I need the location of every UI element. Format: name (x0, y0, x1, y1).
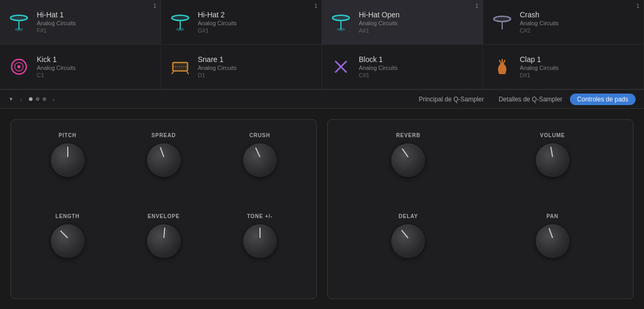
nav-dot-0[interactable] (29, 97, 33, 101)
pad-badge: 1 (153, 3, 157, 9)
pad-icon-hihat (329, 11, 352, 34)
nav-next-button[interactable]: › (53, 95, 55, 104)
svg-point-14 (494, 16, 511, 22)
pad-note: C#1 (359, 72, 398, 78)
knob-label: DELAY (399, 213, 418, 219)
knob-envelope[interactable] (147, 224, 181, 258)
nav-dots (29, 97, 46, 101)
pad-cell-block1[interactable]: Block 1Analog CircuitsC#1 (322, 45, 483, 89)
pad-info: Hi-Hat 2Analog CircuitsG#1 (198, 11, 237, 34)
nav-triangle-icon[interactable]: ▼ (8, 96, 14, 102)
nav-dot-2[interactable] (43, 97, 46, 101)
pad-name: Hi-Hat 1 (37, 11, 76, 19)
knob-volume[interactable] (536, 143, 569, 177)
knob-cell-spread: SPREAD (116, 128, 212, 209)
left-controls-panel: PITCHSPREADCRUSHLENGTHENVELOPETONE +/- (11, 119, 317, 299)
pad-pack: Analog Circuits (520, 20, 559, 26)
nav-tab-2[interactable]: Controles de pads (570, 94, 636, 105)
pad-name: Snare 1 (198, 55, 237, 64)
pad-note: F#1 (37, 27, 76, 34)
nav-dot-1[interactable] (36, 97, 39, 101)
pad-note: C1 (37, 72, 76, 78)
knob-label: CRUSH (250, 132, 271, 138)
nav-tabs: Principal de Q-SamplerDetalles de Q-Samp… (411, 94, 636, 105)
svg-point-6 (176, 28, 184, 31)
pad-icon-hihat (7, 11, 30, 34)
knob-cell-pitch: PITCH (19, 128, 116, 209)
svg-point-7 (172, 15, 189, 20)
pad-cell-crash[interactable]: 1 CrashAnalog CircuitsC#2 (483, 0, 645, 45)
controls-area: PITCHSPREADCRUSHLENGTHENVELOPETONE +/- R… (0, 109, 644, 309)
knob-spread[interactable] (147, 143, 181, 177)
svg-point-3 (11, 15, 27, 20)
knob-reverb[interactable] (391, 143, 425, 177)
knob-label: VOLUME (540, 132, 565, 138)
pad-name: Hi-Hat 2 (198, 11, 237, 19)
pad-pack: Analog Circuits (198, 65, 237, 71)
pad-info: Kick 1Analog CircuitsC1 (37, 55, 76, 78)
pad-info: Clap 1Analog CircuitsD#1 (520, 55, 559, 78)
knob-label: PITCH (59, 132, 77, 138)
pad-note: D1 (198, 72, 237, 78)
pad-pack: Analog Circuits (198, 20, 237, 26)
pad-cell-kick1[interactable]: Kick 1Analog CircuitsC1 (0, 45, 161, 89)
pad-info: Hi-Hat 1Analog CircuitsF#1 (37, 11, 76, 34)
pad-pack: Analog Circuits (359, 65, 398, 71)
knob-pan[interactable] (536, 224, 569, 258)
knob-length[interactable] (51, 224, 85, 258)
nav-tab-0[interactable]: Principal de Q-Sampler (411, 94, 491, 105)
svg-point-10 (337, 28, 345, 31)
knob-cell-volume: VOLUME (481, 128, 625, 209)
pad-pack: Analog Circuits (37, 20, 76, 26)
knob-cell-reverb: REVERB (336, 128, 481, 209)
knob-cell-tone_: TONE +/- (212, 209, 308, 290)
pad-name: Kick 1 (37, 55, 76, 64)
knob-delay[interactable] (391, 224, 425, 258)
pad-grid: 1 Hi-Hat 1Analog CircuitsF#11 Hi-Hat 2An… (0, 0, 644, 90)
pad-pack: Analog Circuits (359, 20, 400, 26)
pad-note: A#1 (359, 27, 400, 34)
pad-info: Snare 1Analog CircuitsD1 (198, 55, 237, 78)
knob-default[interactable] (51, 143, 85, 177)
nav-bar: ▼ ‹ › Principal de Q-SamplerDetalles de … (0, 90, 644, 109)
knob-cell-length: LENGTH (19, 209, 116, 290)
nav-tab-1[interactable]: Detalles de Q-Sampler (491, 94, 569, 105)
right-controls-panel: REVERBVOLUMEDELAYPAN (327, 119, 633, 299)
knob-label: SPREAD (151, 132, 175, 138)
pad-cell-hihat2[interactable]: 1 Hi-Hat 2Analog CircuitsG#1 (161, 0, 323, 45)
pad-info: Hi-Hat OpenAnalog CircuitsA#1 (359, 11, 400, 34)
pad-name: Hi-Hat Open (359, 11, 400, 19)
svg-line-21 (172, 71, 174, 74)
pad-pack: Analog Circuits (520, 65, 559, 71)
pad-name: Crash (520, 11, 559, 19)
pad-cell-snare1[interactable]: Snare 1Analog CircuitsD1 (161, 45, 323, 89)
pad-icon-block (329, 55, 352, 78)
knob-cell-pan: PAN (481, 209, 625, 290)
svg-point-2 (15, 28, 23, 31)
knob-label: TONE +/- (247, 213, 273, 219)
pad-cell-clap1[interactable]: Clap 1Analog CircuitsD#1 (483, 45, 645, 89)
pad-icon-kick (7, 55, 30, 78)
knob-crush[interactable] (243, 143, 277, 177)
pad-note: C#2 (520, 27, 559, 34)
pad-name: Block 1 (359, 55, 398, 64)
knob-label: LENGTH (56, 213, 80, 219)
pad-icon-crash (491, 11, 514, 34)
knob-cell-crush: CRUSH (212, 128, 308, 209)
pad-info: Block 1Analog CircuitsC#1 (359, 55, 398, 78)
pad-badge: 1 (314, 3, 317, 9)
pad-cell-hihat1[interactable]: 1 Hi-Hat 1Analog CircuitsF#1 (0, 0, 161, 45)
nav-prev-button[interactable]: ‹ (20, 95, 23, 104)
pad-icon-clap (491, 55, 514, 78)
pad-note: G#1 (198, 27, 237, 34)
pad-icon-snare (169, 55, 192, 78)
svg-point-11 (333, 15, 349, 20)
knob-tone[interactable] (243, 224, 277, 258)
knob-label: PAN (546, 213, 558, 219)
knob-label: REVERB (396, 132, 420, 138)
pad-cell-hihat-open[interactable]: 1 Hi-Hat OpenAnalog CircuitsA#1 (322, 0, 483, 45)
pad-note: D#1 (520, 72, 559, 78)
pad-pack: Analog Circuits (37, 65, 76, 71)
svg-point-17 (17, 65, 20, 68)
pad-icon-hihat (169, 11, 192, 34)
